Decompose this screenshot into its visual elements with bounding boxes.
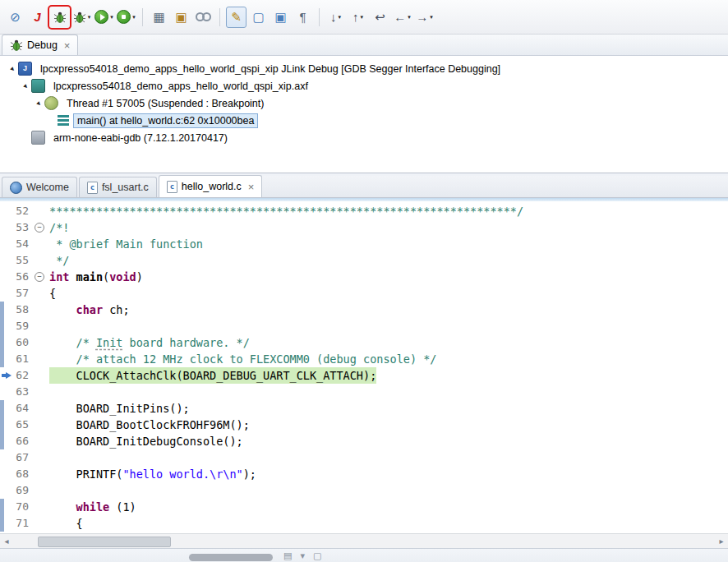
line-number[interactable]: 71	[4, 515, 32, 532]
forward-icon[interactable]: →▾	[414, 7, 435, 28]
dropdown-arrow-icon[interactable]: ▾	[110, 14, 113, 21]
bottom-view-icon-3[interactable]: ▢	[313, 550, 321, 561]
editor-tab-bar: Welcomecfsl_usart.cchello_world.c×	[0, 176, 728, 198]
code-line[interactable]: 53−/*!	[0, 219, 728, 236]
code-line[interactable]: 55 */	[0, 252, 728, 269]
dropdown-arrow-icon[interactable]: ▾	[338, 14, 341, 21]
fold-margin	[32, 433, 46, 449]
line-number[interactable]: 58	[4, 302, 32, 318]
code-text: BOARD_InitDebugConsole();	[46, 433, 728, 449]
scroll-right-icon[interactable]: ▸	[715, 537, 728, 546]
scroll-left-icon[interactable]: ◂	[0, 537, 13, 546]
dropdown-arrow-icon[interactable]: ▾	[430, 14, 433, 21]
line-number[interactable]: 54	[4, 236, 32, 252]
tree-row[interactable]: ▾Thread #1 57005 (Suspended : Breakpoint…	[0, 94, 728, 112]
code-text: /* Init board hardware. */	[46, 334, 728, 351]
editor-area: Welcomecfsl_usart.cchello_world.c× 52***…	[0, 176, 728, 562]
debug-menu-icon[interactable]: ▾	[71, 7, 92, 28]
fold-margin	[32, 384, 46, 400]
editor-tab-welcome[interactable]: Welcome	[2, 177, 77, 197]
code-line[interactable]: 57{	[0, 285, 728, 302]
mark-occurrences-icon[interactable]: ✎	[226, 7, 247, 28]
line-number[interactable]: 53	[4, 219, 32, 236]
bottom-view-icon-2[interactable]: ▾	[300, 550, 305, 561]
back-icon[interactable]: ←▾	[392, 7, 412, 28]
close-tab-icon[interactable]: ×	[248, 182, 255, 192]
code-line[interactable]: 62 CLOCK_AttachClk(BOARD_DEBUG_UART_CLK_…	[0, 367, 728, 384]
tree-row[interactable]: arm-none-eabi-gdb (7.12.1.20170417)	[0, 129, 728, 146]
scrollbar-thumb[interactable]	[38, 537, 171, 547]
bottom-view-icon-1[interactable]: ▤	[283, 550, 292, 561]
fold-margin	[32, 466, 46, 482]
line-number[interactable]: 52	[4, 203, 32, 219]
dropdown-arrow-icon[interactable]: ▾	[132, 14, 136, 21]
dropdown-arrow-icon[interactable]: ▾	[408, 14, 411, 21]
code-line[interactable]: 69	[0, 482, 728, 499]
line-number[interactable]: 64	[4, 400, 32, 417]
tree-row[interactable]: ▾Jlpcxpresso54018_demo_apps_hello_world_…	[0, 60, 728, 77]
code-line[interactable]: 67	[0, 449, 728, 466]
horizontal-scrollbar[interactable]: ◂ ▸	[0, 533, 728, 548]
tree-expander-icon[interactable]: ▾	[32, 96, 46, 110]
show-disassembly-icon[interactable]: ▢	[248, 7, 269, 28]
code-area[interactable]: 52**************************************…	[0, 201, 728, 533]
debug-icon[interactable]	[49, 7, 70, 28]
scrollbar-track[interactable]	[13, 536, 715, 546]
editor-tab-fsl-usart-c[interactable]: cfsl_usart.c	[79, 177, 157, 197]
console-icon[interactable]: ▣	[171, 7, 191, 28]
line-number[interactable]: 65	[4, 417, 32, 433]
gdb-process-icon	[31, 131, 45, 145]
line-number[interactable]: 60	[4, 334, 32, 351]
editor-tab-hello-world-c[interactable]: chello_world.c×	[159, 175, 263, 197]
code-line[interactable]: 64 BOARD_InitPins();	[0, 400, 728, 417]
line-number[interactable]: 68	[4, 466, 32, 482]
line-number[interactable]: 69	[4, 482, 32, 499]
code-line[interactable]: 60 /* Init board hardware. */	[0, 334, 728, 351]
code-line[interactable]: 56−int main(void)	[0, 269, 728, 285]
code-line[interactable]: 52**************************************…	[0, 203, 728, 219]
line-number[interactable]: 56	[4, 269, 32, 285]
code-line[interactable]: 65 BOARD_BootClockFROHF96M();	[0, 417, 728, 433]
show-source-icon[interactable]: ▣	[270, 7, 291, 28]
line-number[interactable]: 63	[4, 384, 32, 400]
line-number[interactable]: 59	[4, 318, 32, 334]
line-number[interactable]: 57	[4, 285, 32, 302]
tree-expander-icon[interactable]: ▾	[6, 62, 20, 76]
tree-row[interactable]: ▾lpcxpresso54018_demo_apps_hello_world_q…	[0, 77, 728, 94]
next-annotation-icon[interactable]: ↓▾	[325, 7, 346, 28]
show-whitespace-icon[interactable]: ¶	[293, 7, 313, 28]
code-line[interactable]: 58 char ch;	[0, 302, 728, 318]
line-number[interactable]: 66	[4, 433, 32, 449]
debug-view-tab[interactable]: Debug ×	[2, 35, 78, 55]
code-line[interactable]: 59	[0, 318, 728, 334]
dropdown-arrow-icon[interactable]: ▾	[88, 14, 91, 21]
dropdown-arrow-icon[interactable]: ▾	[360, 14, 363, 21]
skip-all-breakpoints-icon[interactable]: ⊘	[5, 7, 25, 28]
fold-collapse-icon[interactable]: −	[32, 269, 46, 285]
code-line[interactable]: 68 PRINTF("hello world.\r\n");	[0, 466, 728, 482]
code-line[interactable]: 61 /* attach 12 MHz clock to FLEXCOMM0 (…	[0, 351, 728, 367]
code-line[interactable]: 63	[0, 384, 728, 400]
line-number[interactable]: 55	[4, 252, 32, 269]
tree-row[interactable]: main() at hello_world.c:62 0x10000bea	[0, 112, 728, 129]
line-number[interactable]: 70	[4, 499, 32, 515]
code-line[interactable]: 66 BOARD_InitDebugConsole();	[0, 433, 728, 449]
memory-view-icon[interactable]: ▦	[149, 7, 169, 28]
code-line[interactable]: 71 {	[0, 515, 728, 532]
run-icon[interactable]: ▾	[94, 7, 114, 28]
line-number[interactable]: 67	[4, 449, 32, 466]
code-line[interactable]: 54 * @brief Main function	[0, 236, 728, 252]
editor-tab-label: hello_world.c	[182, 181, 242, 192]
jlink-debug-icon[interactable]: J	[27, 7, 48, 28]
line-number[interactable]: 61	[4, 351, 32, 367]
c-file-icon: c	[87, 182, 98, 194]
last-edit-location-icon[interactable]: ↩	[370, 7, 390, 28]
previous-annotation-icon[interactable]: ↑▾	[348, 7, 368, 28]
fold-collapse-icon[interactable]: −	[32, 219, 46, 236]
link-with-editor-icon[interactable]	[193, 7, 214, 28]
code-line[interactable]: 70 while (1)	[0, 499, 728, 515]
bottom-scrollbar-thumb[interactable]	[189, 554, 273, 561]
external-tools-icon[interactable]: ▾	[116, 7, 136, 28]
close-view-icon[interactable]: ×	[64, 40, 71, 51]
tree-expander-icon[interactable]: ▾	[19, 79, 33, 93]
